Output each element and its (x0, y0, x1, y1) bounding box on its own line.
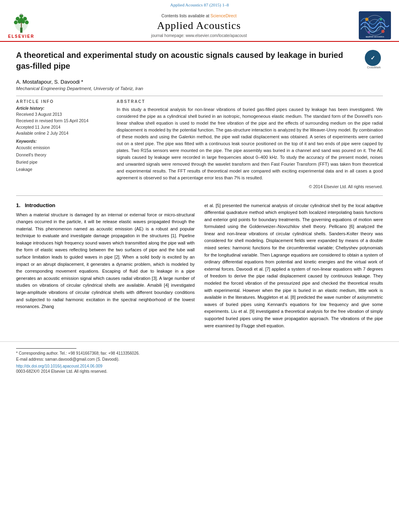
section-divider (16, 96, 383, 96)
svg-point-19 (368, 31, 370, 33)
article-info-panel: ARTICLE INFO Article history: Received 3… (16, 99, 105, 189)
svg-point-7 (14, 21, 17, 24)
elsevier-logo: ELSEVIER (8, 12, 34, 39)
keyword-1: Acoustic emission (16, 144, 105, 152)
revised-date: Received in revised form 15 April 2014 (16, 118, 105, 124)
abstract-heading: ABSTRACT (117, 99, 383, 104)
footer: * Corresponding author. Tel.: +98 914166… (0, 341, 399, 378)
intro-paragraph-2: et al. [5] presented the numerical analy… (204, 202, 383, 330)
journal-header: ELSEVIER Contents lists available at Sci… (0, 8, 399, 42)
svg-text:✓: ✓ (370, 55, 375, 61)
doi-link[interactable]: http://dx.doi.org/10.1016/j.apacoust.201… (16, 364, 383, 368)
body-columns: 1. Introduction When a material structur… (16, 202, 383, 330)
abstract-text: In this study a theoretical analysis for… (117, 106, 383, 182)
keywords-label: Keywords: (16, 139, 105, 144)
copyright-text: © 2014 Elsevier Ltd. All rights reserved… (117, 184, 383, 189)
elsevier-tree-icon (11, 12, 31, 34)
journal-logo-image: applied acoustics (359, 11, 391, 39)
keyword-4: Leakage (16, 166, 105, 173)
intro-title: Introduction (25, 202, 56, 208)
article-info-heading: ARTICLE INFO (16, 99, 105, 104)
online-date: Available online 2 July 2014 (16, 130, 105, 137)
svg-text:applied acoustics: applied acoustics (366, 35, 384, 38)
left-body-column: 1. Introduction When a material structur… (16, 202, 195, 330)
journal-title-section: Contents lists available at ScienceDirec… (39, 13, 359, 38)
accepted-date: Accepted 11 June 2014 (16, 124, 105, 131)
crossmark-icon: ✓ (365, 50, 381, 66)
authors-line: A. Mostafapour, S. Davoodi * (16, 79, 383, 85)
right-body-column: et al. [5] presented the numerical analy… (204, 202, 383, 330)
elsevier-wordmark: ELSEVIER (8, 34, 34, 39)
body-divider (16, 195, 383, 196)
svg-rect-12 (20, 14, 23, 15)
crossmark-label: CrossMark (365, 66, 383, 69)
author-names: A. Mostafapour, S. Davoodi * (16, 79, 83, 85)
corresponding-note: * Corresponding author. Tel.: +98 914166… (16, 350, 383, 356)
intro-title-space (22, 202, 23, 208)
svg-point-16 (365, 18, 368, 21)
copyright-notice: 0003-682X/© 2014 Elsevier Ltd. All right… (16, 368, 383, 374)
intro-heading: 1. Introduction (16, 202, 195, 208)
journal-logo: applied acoustics (359, 11, 391, 39)
volume-info-text: Applied Acoustics 87 (2015) 1–8 (170, 2, 229, 7)
svg-point-8 (25, 21, 29, 24)
journal-homepage: journal homepage: www.elsevier.com/locat… (39, 33, 359, 38)
keyword-2: Donnell's theory (16, 152, 105, 159)
journal-volume-info: Applied Acoustics 87 (2015) 1–8 (0, 0, 399, 8)
paper-title-section: A theoretical and experimental study on … (16, 50, 383, 75)
contents-available-text: Contents lists available at ScienceDirec… (39, 13, 359, 18)
abstract-panel: ABSTRACT In this study a theoretical ana… (117, 99, 383, 189)
received-date: Received 3 August 2013 (16, 111, 105, 118)
intro-number: 1. (16, 202, 21, 208)
doi-text: http://dx.doi.org/10.1016/j.apacoust.201… (16, 364, 103, 368)
affiliation-text: Mechanical Engineering Department, Unive… (16, 86, 383, 91)
elsevier-branding: ELSEVIER (8, 12, 39, 39)
crossmark-badge: ✓ CrossMark (365, 50, 383, 69)
paper-title: A theoretical and experimental study on … (16, 50, 354, 72)
svg-point-17 (381, 30, 385, 33)
email-line: E-mail address: saman.davoodi@gmail.com … (16, 356, 383, 362)
svg-point-11 (19, 18, 23, 21)
intro-paragraph-1: When a material structure is damaged by … (16, 212, 195, 310)
footer-divider (16, 348, 76, 349)
info-abstract-columns: ARTICLE INFO Article history: Received 3… (16, 99, 383, 189)
journal-name: Applied Acoustics (39, 20, 359, 32)
keywords-list: Acoustic emission Donnell's theory Burie… (16, 144, 105, 173)
svg-point-18 (380, 18, 382, 21)
main-content: A theoretical and experimental study on … (0, 42, 399, 337)
history-label: Article history: (16, 106, 105, 111)
sciencedirect-link[interactable]: ScienceDirect (210, 13, 237, 18)
keyword-3: Buried pipe (16, 159, 105, 166)
